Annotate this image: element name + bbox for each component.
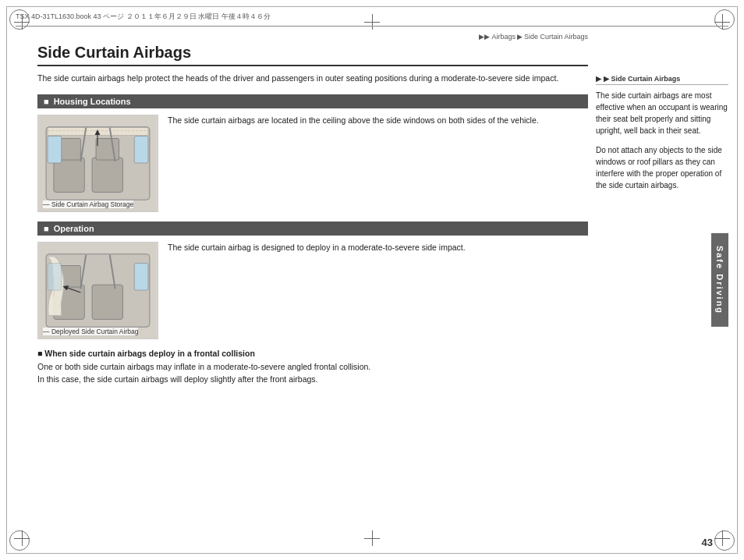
svg-rect-17 xyxy=(92,285,122,319)
operation-section: ■ Operation xyxy=(37,222,588,339)
housing-image: Side Curtain Airbag Storage xyxy=(37,115,158,212)
intro-text: The side curtain airbags help protect th… xyxy=(37,73,588,85)
svg-rect-8 xyxy=(48,136,62,162)
housing-text: The side curtain airbags are located in … xyxy=(168,115,588,127)
svg-rect-5 xyxy=(96,138,119,160)
main-content: Side Curtain Airbags The side curtain ai… xyxy=(37,30,588,530)
housing-image-caption: Side Curtain Airbag Storage xyxy=(43,200,133,208)
housing-content-row: Side Curtain Airbag Storage The side cur… xyxy=(37,115,588,212)
file-info: TSX 4D-31TL1630.book 43 ページ ２０１１年６月２９日 水… xyxy=(16,12,271,22)
svg-rect-18 xyxy=(48,263,62,289)
operation-image-caption: Deployed Side Curtain Airbag xyxy=(43,328,138,335)
sidebar-label-icon: ▶ xyxy=(596,75,601,83)
housing-title: Housing Locations xyxy=(54,97,131,106)
frontal-collision-text1: One or both side curtain airbags may inf… xyxy=(37,361,588,374)
operation-title: Operation xyxy=(54,224,94,233)
right-sidebar: ▶ ▶ Side Curtain Airbags The side curtai… xyxy=(596,30,728,530)
operation-bullet-icon: ■ xyxy=(44,224,49,233)
operation-content-row: Deployed Side Curtain Airbag The side cu… xyxy=(37,242,588,339)
page-title: Side Curtain Airbags xyxy=(37,44,588,66)
frontal-collision-text2: In this case, the side curtain airbags w… xyxy=(37,374,588,386)
crosshair-bl xyxy=(14,530,30,546)
svg-rect-4 xyxy=(92,158,122,192)
svg-rect-9 xyxy=(134,136,148,162)
housing-section-header: ■ Housing Locations xyxy=(37,94,588,108)
operation-text: The side curtain airbag is designed to d… xyxy=(168,242,588,254)
svg-rect-19 xyxy=(134,263,148,289)
page-number: 43 xyxy=(702,537,713,548)
sidebar-para2: Do not attach any objects to the side wi… xyxy=(596,144,728,191)
frontal-collision-title: ■ When side curtain airbags deploy in a … xyxy=(37,349,588,358)
crosshair-bm xyxy=(364,530,380,546)
sidebar-label-text: ▶ Side Curtain Airbags xyxy=(604,75,680,83)
sidebar-para1: The side curtain airbags are most effect… xyxy=(596,90,728,136)
operation-section-header: ■ Operation xyxy=(37,222,588,236)
housing-bullet-icon: ■ xyxy=(44,97,49,106)
crosshair-br xyxy=(714,530,730,546)
frontal-collision-section: ■ When side curtain airbags deploy in a … xyxy=(37,349,588,386)
sidebar-label: ▶ ▶ Side Curtain Airbags xyxy=(596,75,728,85)
operation-image: Deployed Side Curtain Airbag xyxy=(37,242,158,339)
top-bar: TSX 4D-31TL1630.book 43 ページ ２０１１年６月２９日 水… xyxy=(16,8,728,27)
safe-driving-tab: Safe Driving xyxy=(711,233,728,327)
